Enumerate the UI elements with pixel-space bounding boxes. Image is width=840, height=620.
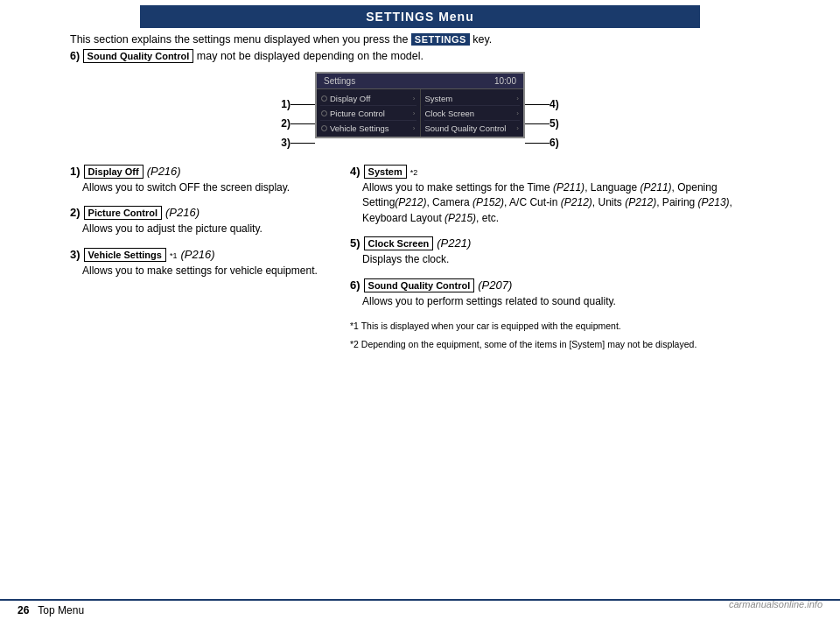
- footnote-2: *2 Depending on the equipment, some of t…: [350, 338, 770, 351]
- item-2-block: 2) Picture Control (P216) Allows you to …: [70, 206, 332, 236]
- dot-3: [321, 125, 327, 131]
- note-line: 6) Sound Quality Control may not be disp…: [70, 49, 770, 63]
- desc-left: 1) Display Off (P216) Allows you to swit…: [70, 165, 332, 350]
- item-5-block: 5) Clock Screen (P221) Displays the cloc…: [350, 236, 770, 267]
- item-5-desc: Displays the clock.: [350, 252, 770, 267]
- label-1: 1): [281, 95, 315, 114]
- item-2-desc: Allows you to adjust the picture quality…: [70, 222, 332, 236]
- item-6-badge: Sound Quality Control: [364, 278, 475, 292]
- screen-row-1: Display Off ›: [320, 91, 416, 106]
- item-4-super: *2: [410, 168, 418, 177]
- labels-right: 4) 5) 6): [525, 72, 559, 152]
- settings-screen: Settings 10:00 Display Off › Picture Con…: [315, 72, 525, 138]
- item-4-block: 4) System *2 Allows you to make settings…: [350, 165, 770, 226]
- item-3-super: *1: [170, 251, 178, 260]
- item-6-title: 6) Sound Quality Control (P207): [350, 278, 770, 292]
- labels-left: 1) 2) 3): [281, 72, 315, 152]
- item-3-desc: Allows you to make settings for vehicle …: [70, 264, 332, 278]
- item-1-desc: Allows you to switch OFF the screen disp…: [70, 180, 332, 195]
- footer: 26 Top Menu: [0, 599, 840, 620]
- screen-content: Display Off › Picture Control › Vehicle …: [317, 89, 523, 137]
- item-1-block: 1) Display Off (P216) Allows you to swit…: [70, 165, 332, 195]
- item-4-badge: System: [364, 165, 407, 179]
- screen-diagram: 1) 2) 3) Settings 10:00: [70, 72, 770, 152]
- item-3-block: 3) Vehicle Settings *1 (P216) Allows you…: [70, 248, 332, 278]
- item-2-title: 2) Picture Control (P216): [70, 206, 332, 220]
- screen-row-3: Vehicle Settings ›: [320, 121, 416, 135]
- label-3: 3): [281, 133, 315, 152]
- content-area: SETTINGS Menu This section explains the …: [70, 0, 770, 350]
- watermark: carmanualsonline.info: [729, 599, 822, 609]
- item-6-desc: Allows you to perform settings related t…: [350, 294, 770, 309]
- item-2-badge: Picture Control: [84, 206, 162, 220]
- settings-key-badge: SETTINGS: [411, 33, 470, 46]
- intro-line1: This section explains the settings menu …: [70, 33, 770, 46]
- screen-row-2: Picture Control ›: [320, 106, 416, 121]
- footer-section: Top Menu: [38, 604, 84, 616]
- screen-left-col: Display Off › Picture Control › Vehicle …: [317, 89, 421, 137]
- page: SETTINGS Menu This section explains the …: [0, 0, 840, 620]
- item-4-desc: Allows you to make settings for the Time…: [350, 180, 770, 226]
- dot-1: [321, 95, 327, 102]
- label-6: 6): [525, 133, 559, 152]
- description-section: 1) Display Off (P216) Allows you to swit…: [70, 165, 770, 350]
- item-5-title: 5) Clock Screen (P221): [350, 236, 770, 250]
- item-3-title: 3) Vehicle Settings *1 (P216): [70, 248, 332, 262]
- screen-top-bar: Settings 10:00: [317, 74, 523, 89]
- header-bar: SETTINGS Menu: [140, 5, 700, 28]
- item-3-badge: Vehicle Settings: [84, 248, 166, 262]
- item-4-title: 4) System *2: [350, 165, 770, 179]
- item-6-block: 6) Sound Quality Control (P207) Allows y…: [350, 278, 770, 309]
- item-1-badge: Display Off: [84, 165, 144, 179]
- label-5: 5): [525, 114, 559, 133]
- screen-time: 10:00: [494, 76, 516, 86]
- sound-quality-note-badge: Sound Quality Control: [83, 49, 194, 63]
- screen-row-6: Sound Quality Control ›: [424, 121, 521, 135]
- dot-2: [321, 110, 327, 116]
- label-4: 4): [525, 95, 559, 114]
- screen-row-5: Clock Screen ›: [424, 106, 521, 121]
- footnote-1: *1 This is displayed when your car is eq…: [350, 320, 770, 333]
- screen-row-4: System ›: [424, 91, 521, 106]
- screen-title: Settings: [324, 76, 355, 86]
- screen-right-col: System › Clock Screen › Sound Quality Co…: [421, 89, 524, 137]
- desc-right: 4) System *2 Allows you to make settings…: [350, 165, 770, 350]
- footer-page: 26: [18, 604, 29, 616]
- label-2: 2): [281, 114, 315, 133]
- header-title: SETTINGS Menu: [366, 10, 473, 24]
- item-5-badge: Clock Screen: [364, 236, 434, 250]
- item-1-title: 1) Display Off (P216): [70, 165, 332, 179]
